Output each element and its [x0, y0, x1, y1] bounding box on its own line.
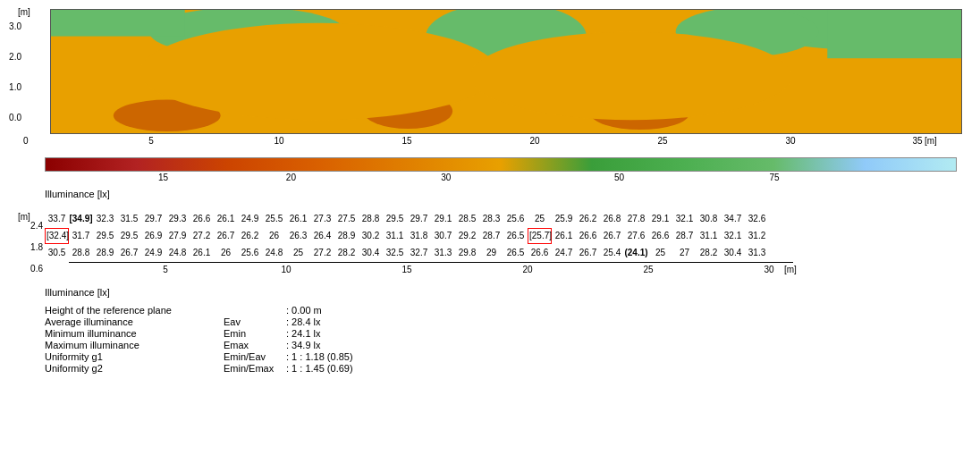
- data-x-tick-20: 20: [522, 265, 532, 274]
- stat-row-height: Height of the reference plane : 0.00 m: [45, 305, 962, 316]
- cell-18-6: 27.2: [190, 229, 214, 243]
- cell-06-12: 28.2: [334, 246, 359, 260]
- x-tick-30: 30: [785, 136, 795, 146]
- cell-18-15: 31.8: [407, 229, 431, 243]
- cell-24-27: 30.8: [697, 212, 721, 226]
- cell-06-9: 24.8: [262, 246, 286, 260]
- cell-24-24: 27.8: [624, 212, 648, 226]
- cell-24-1: [34.9]: [69, 212, 93, 226]
- cell-24-10: 26.1: [286, 212, 310, 226]
- cell-18-1: 31.7: [69, 229, 93, 243]
- cell-18-3: 29.5: [117, 229, 141, 243]
- stat-row-g2: Uniformity g2 Emin/Emax : 1 : 1.45 (0.69…: [45, 363, 962, 374]
- y-tick-10: 1.0: [9, 82, 21, 92]
- x-tick-35: 35: [912, 136, 922, 146]
- stat-g1-name: Uniformity g1: [45, 351, 224, 362]
- cell-24-21: 25.9: [552, 212, 576, 226]
- cell-24-25: 29.1: [648, 212, 672, 226]
- stat-eav-value: : 28.4 lx: [286, 316, 393, 327]
- cell-18-13: 30.2: [359, 229, 383, 243]
- cell-06-6: 26.1: [190, 246, 214, 260]
- cell-06-26: 27: [672, 246, 697, 260]
- cell-06-29: 31.3: [745, 246, 769, 260]
- stat-emin-name: Minimum illuminance: [45, 328, 224, 339]
- cell-24-23: 26.8: [600, 212, 624, 226]
- cell-18-24: 27.6: [624, 229, 648, 243]
- data-x-tick-15: 15: [401, 265, 411, 274]
- stat-row-emax: Maximum illuminance Emax : 34.9 lx: [45, 340, 962, 350]
- cell-06-24: (24.1): [624, 246, 648, 260]
- cell-18-20: [25.7]: [528, 228, 552, 244]
- stat-emin-value: : 24.1 lx: [286, 328, 393, 339]
- cell-24-2: 32.3: [93, 212, 117, 226]
- cell-06-4: 24.9: [141, 246, 165, 260]
- stat-eav-symbol: Eav: [224, 316, 286, 327]
- cell-06-25: 25: [648, 246, 672, 260]
- cell-06-2: 28.9: [93, 246, 117, 260]
- x-tick-25: 25: [657, 136, 667, 146]
- stat-g2-name: Uniformity g2: [45, 363, 224, 374]
- cell-18-7: 26.7: [214, 229, 238, 243]
- stat-emax-symbol: Emax: [224, 340, 286, 350]
- legend-tick-15: 15: [158, 173, 168, 182]
- cell-06-5: 24.8: [165, 246, 190, 260]
- stat-eav-name: Average illuminance: [45, 316, 224, 327]
- cell-06-16: 31.3: [431, 246, 455, 260]
- stat-emin-symbol: Emin: [224, 328, 286, 339]
- cell-18-4: 26.9: [141, 229, 165, 243]
- x-tick-10: 10: [274, 136, 283, 146]
- cell-06-1: 28.8: [69, 246, 93, 260]
- cell-06-17: 29.8: [455, 246, 479, 260]
- data-section: [m] 2.4 1.8 0.6 33.7 [34.9] 32.3 31.5 29…: [18, 212, 962, 374]
- x-unit: [m]: [925, 136, 937, 146]
- data-row-24: 33.7 [34.9] 32.3 31.5 29.7 29.3 26.6 26.…: [45, 212, 962, 226]
- stat-height-value: : 0.00 m: [286, 305, 393, 316]
- svg-point-11: [470, 32, 791, 121]
- cell-24-18: 28.3: [479, 212, 503, 226]
- legend-section: 15 20 30 50 75 Illuminance [lx]: [45, 157, 957, 199]
- cell-18-12: 28.9: [334, 229, 359, 243]
- cell-24-26: 32.1: [672, 212, 697, 226]
- cell-06-23: 25.4: [600, 246, 624, 260]
- main-container: [m] 3.0 2.0 1.0 0.0: [0, 0, 980, 384]
- cell-24-8: 24.9: [238, 212, 262, 226]
- data-x-tick-5: 5: [163, 265, 168, 274]
- cell-18-18: 28.7: [479, 229, 503, 243]
- data-y-axis-label: [m]: [18, 212, 30, 222]
- x-tick-20: 20: [529, 136, 539, 146]
- stat-emax-value: : 34.9 lx: [286, 340, 393, 350]
- cell-06-3: 26.7: [117, 246, 141, 260]
- cell-06-14: 32.5: [383, 246, 407, 260]
- cell-18-16: 30.7: [431, 229, 455, 243]
- illuminance-legend-label: Illuminance [lx]: [45, 189, 957, 199]
- cell-06-27: 28.2: [697, 246, 721, 260]
- cell-24-13: 28.8: [359, 212, 383, 226]
- x-tick-15: 15: [401, 136, 411, 146]
- x-tick-0: 0: [23, 136, 29, 146]
- cell-18-5: 27.9: [165, 229, 190, 243]
- cell-06-22: 26.7: [576, 246, 600, 260]
- data-y-tick-18: 1.8: [30, 242, 43, 252]
- stat-row-g1: Uniformity g1 Emin/Eav : 1 : 1.18 (0.85): [45, 351, 962, 362]
- cell-06-19: 26.5: [503, 246, 528, 260]
- svg-point-10: [140, 23, 497, 120]
- y-tick-30: 3.0: [9, 21, 21, 31]
- y-tick-20: 2.0: [9, 52, 21, 62]
- cell-24-7: 26.1: [214, 212, 238, 226]
- cell-18-28: 32.1: [721, 229, 745, 243]
- cell-24-11: 27.3: [310, 212, 334, 226]
- stat-row-emin: Minimum illuminance Emin : 24.1 lx: [45, 328, 962, 339]
- data-illuminance-label: Illuminance [lx]: [45, 287, 962, 298]
- cell-18-9: 26: [262, 229, 286, 243]
- cell-06-8: 25.6: [238, 246, 262, 260]
- cell-24-12: 27.5: [334, 212, 359, 226]
- cell-24-16: 29.1: [431, 212, 455, 226]
- data-row-06: 30.5 28.8 28.9 26.7 24.9 24.8 26.1 26 25…: [45, 246, 962, 260]
- cell-06-0: 30.5: [45, 246, 69, 260]
- legend-tick-50: 50: [614, 173, 624, 182]
- cell-18-21: 26.1: [552, 229, 576, 243]
- stat-emax-name: Maximum illuminance: [45, 340, 224, 350]
- stat-height-symbol: [224, 305, 286, 316]
- data-x-tick-10: 10: [281, 265, 291, 274]
- svg-rect-12: [827, 10, 961, 58]
